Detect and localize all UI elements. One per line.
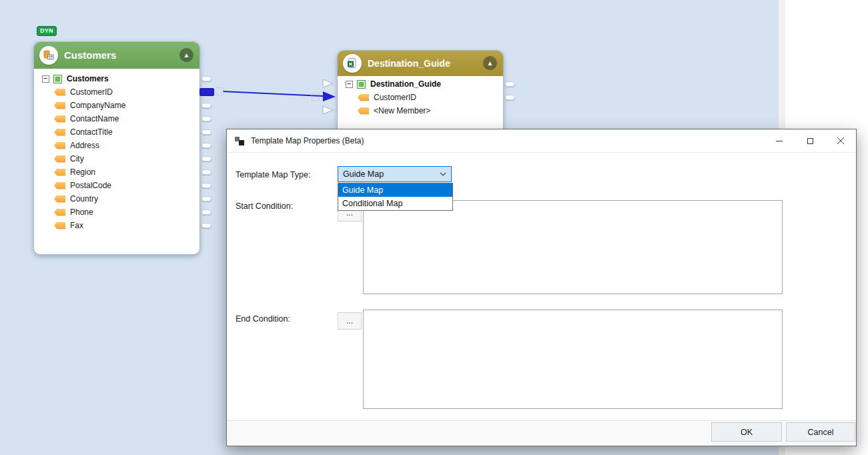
dropdown-option-conditional-map[interactable]: Conditional Map	[338, 197, 452, 210]
connected-output-port[interactable]	[199, 88, 214, 96]
end-condition-label: End Condition:	[236, 314, 290, 324]
dropdown-option-guide-map[interactable]: Guide Map	[338, 183, 452, 197]
collapse-node-button[interactable]: ▲	[179, 48, 193, 62]
template-map-type-dropdown: Guide Map Conditional Map	[338, 183, 453, 211]
source-node-title: Customers	[64, 49, 116, 61]
output-port[interactable]	[505, 95, 515, 100]
attribute-tag-icon	[54, 155, 65, 163]
tree-row-field[interactable]: Country	[34, 192, 199, 205]
maximize-icon	[807, 138, 813, 144]
attribute-tag-icon	[54, 182, 65, 189]
tree-row-field[interactable]: Fax	[34, 219, 199, 232]
tree-row-field[interactable]: City	[34, 152, 199, 165]
close-icon	[837, 137, 845, 145]
table-source-icon	[39, 46, 58, 65]
minimize-button[interactable]	[764, 129, 795, 153]
tree-row-field[interactable]: ContactName	[34, 112, 199, 125]
output-port[interactable]	[201, 129, 211, 135]
source-node-body: − Customers CustomerID CompanyName Conta…	[34, 69, 199, 232]
attribute-tag-icon	[54, 169, 65, 176]
tree-row-field[interactable]: PostalCode	[34, 179, 199, 192]
attribute-tag-icon	[54, 222, 65, 230]
combobox-value: Guide Map	[343, 169, 384, 179]
tree-row-field[interactable]: <New Member>	[338, 104, 503, 117]
source-node-header[interactable]: Customers ▲	[34, 42, 199, 69]
window-controls	[764, 129, 856, 153]
attribute-tag-icon	[54, 89, 65, 96]
tree-row-field[interactable]: CustomerID	[338, 91, 503, 104]
template-map-type-label: Template Map Type:	[236, 170, 310, 179]
tree-row-field[interactable]: Address	[34, 139, 199, 152]
start-condition-input[interactable]	[363, 200, 783, 294]
tree-row-field[interactable]: Region	[34, 165, 199, 179]
maximize-button[interactable]	[795, 129, 825, 153]
template-map-properties-dialog: Template Map Properties (Beta) Template …	[226, 129, 857, 446]
output-port[interactable]	[201, 183, 211, 188]
end-condition-browse-button[interactable]: ...	[338, 312, 362, 330]
app-window-icon	[235, 136, 245, 146]
attribute-tag-icon	[54, 209, 65, 216]
output-port[interactable]	[201, 116, 211, 121]
attribute-tag-icon	[358, 107, 369, 115]
start-condition-label: Start Condition:	[236, 201, 293, 211]
tree-row-field[interactable]: CustomerID	[34, 85, 199, 99]
tree-row-field[interactable]: ContactTitle	[34, 125, 199, 139]
output-port[interactable]	[201, 223, 211, 228]
attribute-tag-icon	[54, 195, 65, 203]
dialog-title: Template Map Properties (Beta)	[251, 136, 364, 145]
tree-row-root[interactable]: − Destination_Guide	[338, 77, 503, 91]
output-port[interactable]	[201, 103, 211, 108]
output-port[interactable]	[201, 143, 211, 148]
element-square-icon	[53, 75, 62, 83]
target-node-header[interactable]: Destination_Guide ▲	[338, 51, 503, 76]
end-condition-input[interactable]	[363, 310, 783, 409]
minimize-icon	[776, 141, 783, 141]
output-port[interactable]	[201, 196, 211, 201]
output-port[interactable]	[201, 156, 211, 161]
tree-row-field[interactable]: Phone	[34, 205, 199, 219]
close-button[interactable]	[825, 129, 856, 153]
output-port[interactable]	[505, 81, 515, 87]
collapse-node-button[interactable]: ▲	[483, 56, 497, 70]
attribute-tag-icon	[54, 142, 65, 149]
chevron-down-icon	[440, 172, 446, 176]
attribute-tag-icon	[54, 115, 65, 123]
excel-target-icon	[343, 54, 362, 73]
expander-icon[interactable]: −	[42, 75, 49, 83]
expander-icon[interactable]: −	[346, 81, 353, 88]
output-port[interactable]	[201, 209, 211, 215]
cancel-button[interactable]: Cancel	[786, 422, 855, 442]
output-port[interactable]	[201, 76, 211, 81]
output-port[interactable]	[201, 169, 211, 175]
ok-button[interactable]: OK	[711, 422, 782, 442]
dialog-titlebar[interactable]: Template Map Properties (Beta)	[227, 129, 856, 153]
element-square-icon	[357, 80, 366, 89]
target-node-body: − Destination_Guide CustomerID <New Memb…	[338, 76, 503, 117]
attribute-tag-icon	[54, 129, 65, 136]
target-node-title: Destination_Guide	[368, 58, 450, 69]
tree-row-root[interactable]: − Customers	[34, 72, 199, 85]
collapse-triangle-icon: ▲	[487, 59, 494, 66]
dyn-badge: DYN	[37, 26, 57, 36]
tree-row-field[interactable]: CompanyName	[34, 99, 199, 112]
collapse-triangle-icon: ▲	[183, 51, 190, 58]
attribute-tag-icon	[54, 102, 65, 109]
attribute-tag-icon	[358, 94, 369, 101]
template-map-type-combobox[interactable]: Guide Map	[338, 166, 452, 182]
source-node-customers[interactable]: Customers ▲ − Customers CustomerID Compa…	[33, 41, 200, 255]
